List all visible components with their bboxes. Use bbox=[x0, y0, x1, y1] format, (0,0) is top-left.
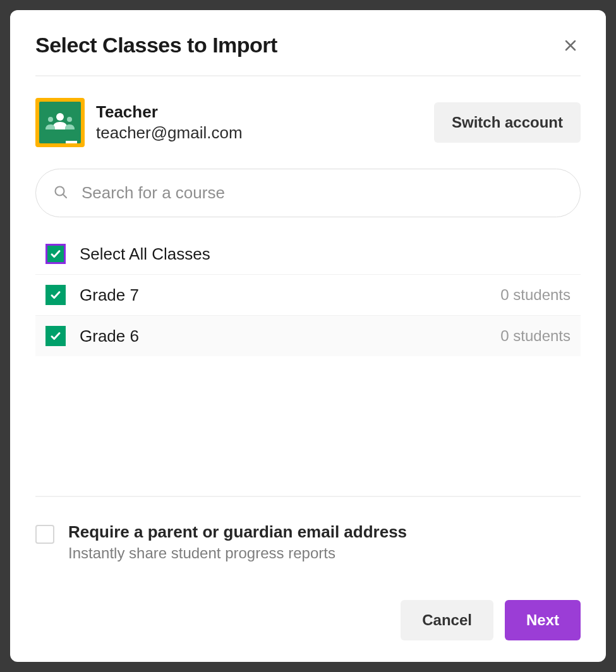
class-name: Grade 7 bbox=[80, 285, 486, 305]
account-name: Teacher bbox=[96, 102, 243, 122]
modal-title: Select Classes to Import bbox=[35, 33, 277, 57]
class-list: Select All Classes Grade 7 0 students Gr… bbox=[35, 239, 581, 356]
google-classroom-icon bbox=[35, 98, 85, 147]
select-all-checkbox[interactable] bbox=[45, 244, 66, 264]
class-checkbox[interactable] bbox=[45, 285, 66, 305]
class-checkbox[interactable] bbox=[45, 326, 66, 346]
svg-point-2 bbox=[56, 113, 64, 121]
student-count: 0 students bbox=[500, 327, 571, 345]
check-icon bbox=[50, 248, 61, 260]
cancel-button[interactable]: Cancel bbox=[401, 600, 493, 640]
switch-account-button[interactable]: Switch account bbox=[434, 102, 581, 143]
search-icon bbox=[53, 184, 68, 202]
account-email: teacher@gmail.com bbox=[96, 123, 243, 143]
search-input[interactable] bbox=[35, 169, 581, 217]
student-count: 0 students bbox=[500, 286, 571, 304]
require-parent-email-row: Require a parent or guardian email addre… bbox=[35, 522, 581, 562]
select-all-row[interactable]: Select All Classes bbox=[35, 239, 581, 275]
divider bbox=[35, 496, 581, 497]
require-parent-email-subtitle: Instantly share student progress reports bbox=[68, 544, 407, 562]
require-parent-email-checkbox[interactable] bbox=[35, 525, 54, 544]
require-parent-email-title: Require a parent or guardian email addre… bbox=[68, 522, 407, 542]
svg-point-3 bbox=[48, 117, 53, 122]
account-row: Teacher teacher@gmail.com Switch account bbox=[35, 98, 581, 147]
check-icon bbox=[50, 330, 61, 342]
modal-header: Select Classes to Import bbox=[35, 33, 581, 76]
close-icon bbox=[563, 38, 578, 53]
import-classes-modal: Select Classes to Import bbox=[10, 10, 606, 662]
svg-point-4 bbox=[67, 117, 72, 122]
class-row[interactable]: Grade 7 0 students bbox=[35, 275, 581, 316]
account-info-block: Teacher teacher@gmail.com bbox=[35, 98, 243, 147]
class-row[interactable]: Grade 6 0 students bbox=[35, 316, 581, 356]
next-button[interactable]: Next bbox=[505, 600, 581, 640]
svg-line-6 bbox=[63, 194, 67, 198]
class-name: Grade 6 bbox=[80, 327, 486, 346]
close-button[interactable] bbox=[560, 35, 581, 56]
select-all-label: Select All Classes bbox=[80, 244, 571, 264]
search-container bbox=[35, 169, 581, 217]
check-icon bbox=[50, 289, 61, 301]
modal-footer: Cancel Next bbox=[35, 600, 581, 640]
